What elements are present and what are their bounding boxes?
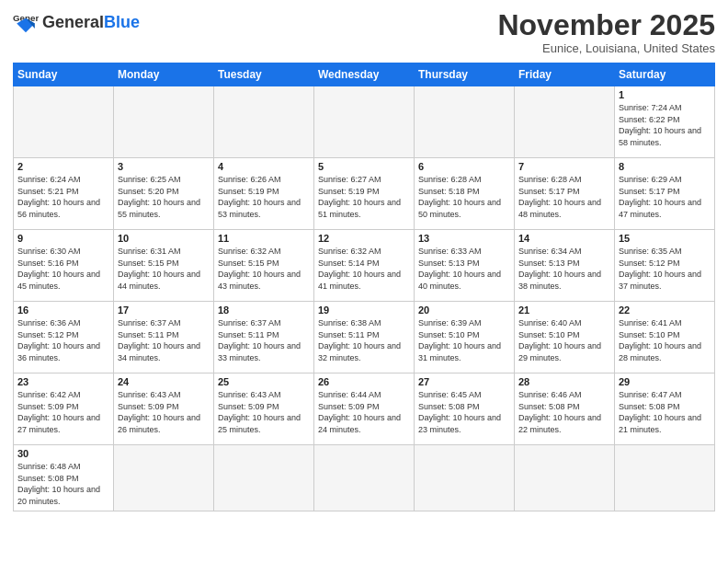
- calendar-cell: 27Sunrise: 6:45 AM Sunset: 5:08 PM Dayli…: [415, 373, 515, 445]
- header-saturday: Saturday: [615, 63, 715, 86]
- day-info: Sunrise: 6:43 AM Sunset: 5:09 PM Dayligh…: [118, 389, 210, 435]
- header: General GeneralBlue November 2025 Eunice…: [13, 9, 715, 55]
- header-sunday: Sunday: [14, 63, 114, 86]
- calendar-cell: [615, 445, 715, 511]
- day-info: Sunrise: 6:37 AM Sunset: 5:11 PM Dayligh…: [118, 317, 210, 363]
- day-number: 15: [619, 233, 711, 244]
- calendar-cell: 23Sunrise: 6:42 AM Sunset: 5:09 PM Dayli…: [14, 373, 114, 445]
- header-monday: Monday: [114, 63, 214, 86]
- day-number: 13: [418, 233, 510, 244]
- day-info: Sunrise: 6:36 AM Sunset: 5:12 PM Dayligh…: [17, 317, 109, 363]
- calendar-cell: 1Sunrise: 7:24 AM Sunset: 6:22 PM Daylig…: [615, 86, 715, 158]
- header-friday: Friday: [515, 63, 615, 86]
- calendar-cell: [515, 86, 615, 158]
- calendar-cell: 14Sunrise: 6:34 AM Sunset: 5:13 PM Dayli…: [515, 230, 615, 302]
- calendar-cell: [114, 86, 214, 158]
- calendar-cell: 4Sunrise: 6:26 AM Sunset: 5:19 PM Daylig…: [214, 158, 314, 230]
- day-info: Sunrise: 6:27 AM Sunset: 5:19 PM Dayligh…: [318, 174, 410, 220]
- header-thursday: Thursday: [415, 63, 515, 86]
- day-number: 5: [318, 161, 410, 172]
- day-number: 22: [619, 304, 711, 316]
- day-info: Sunrise: 6:31 AM Sunset: 5:15 PM Dayligh…: [118, 246, 210, 292]
- calendar-cell: 19Sunrise: 6:38 AM Sunset: 5:11 PM Dayli…: [314, 302, 415, 373]
- day-info: Sunrise: 6:28 AM Sunset: 5:18 PM Dayligh…: [418, 174, 510, 220]
- day-number: 7: [518, 161, 610, 172]
- day-info: Sunrise: 6:32 AM Sunset: 5:15 PM Dayligh…: [218, 246, 310, 292]
- day-number: 3: [118, 161, 210, 172]
- calendar-cell: 13Sunrise: 6:33 AM Sunset: 5:13 PM Dayli…: [415, 230, 515, 302]
- calendar-cell: [314, 445, 415, 511]
- day-number: 19: [318, 304, 410, 316]
- day-number: 23: [17, 376, 109, 387]
- calendar-cell: 8Sunrise: 6:29 AM Sunset: 5:17 PM Daylig…: [615, 158, 715, 230]
- day-number: 10: [118, 233, 210, 244]
- calendar-table: Sunday Monday Tuesday Wednesday Thursday…: [13, 63, 715, 511]
- day-info: Sunrise: 6:34 AM Sunset: 5:13 PM Dayligh…: [518, 246, 610, 292]
- calendar-cell: [14, 86, 114, 158]
- calendar-cell: 25Sunrise: 6:43 AM Sunset: 5:09 PM Dayli…: [214, 373, 314, 445]
- calendar-cell: 21Sunrise: 6:40 AM Sunset: 5:10 PM Dayli…: [515, 302, 615, 373]
- day-info: Sunrise: 6:39 AM Sunset: 5:10 PM Dayligh…: [418, 317, 510, 363]
- logo: General GeneralBlue: [13, 9, 140, 35]
- day-number: 1: [619, 89, 711, 100]
- day-number: 28: [518, 376, 610, 387]
- calendar-cell: 10Sunrise: 6:31 AM Sunset: 5:15 PM Dayli…: [114, 230, 214, 302]
- day-number: 25: [218, 376, 310, 387]
- day-info: Sunrise: 6:47 AM Sunset: 5:08 PM Dayligh…: [619, 389, 711, 435]
- day-info: Sunrise: 6:41 AM Sunset: 5:10 PM Dayligh…: [619, 317, 711, 363]
- calendar-cell: 16Sunrise: 6:36 AM Sunset: 5:12 PM Dayli…: [14, 302, 114, 373]
- day-info: Sunrise: 6:33 AM Sunset: 5:13 PM Dayligh…: [418, 246, 510, 292]
- day-number: 11: [218, 233, 310, 244]
- day-info: Sunrise: 6:30 AM Sunset: 5:16 PM Dayligh…: [17, 246, 109, 292]
- calendar-cell: 22Sunrise: 6:41 AM Sunset: 5:10 PM Dayli…: [615, 302, 715, 373]
- calendar-cell: 28Sunrise: 6:46 AM Sunset: 5:08 PM Dayli…: [515, 373, 615, 445]
- calendar-cell: [515, 445, 615, 511]
- day-info: Sunrise: 6:43 AM Sunset: 5:09 PM Dayligh…: [218, 389, 310, 435]
- calendar-cell: 5Sunrise: 6:27 AM Sunset: 5:19 PM Daylig…: [314, 158, 415, 230]
- day-info: Sunrise: 6:32 AM Sunset: 5:14 PM Dayligh…: [318, 246, 410, 292]
- calendar-cell: 11Sunrise: 6:32 AM Sunset: 5:15 PM Dayli…: [214, 230, 314, 302]
- day-info: Sunrise: 6:38 AM Sunset: 5:11 PM Dayligh…: [318, 317, 410, 363]
- day-number: 9: [17, 233, 109, 244]
- day-info: Sunrise: 6:45 AM Sunset: 5:08 PM Dayligh…: [418, 389, 510, 435]
- day-info: Sunrise: 6:44 AM Sunset: 5:09 PM Dayligh…: [318, 389, 410, 435]
- day-info: Sunrise: 6:40 AM Sunset: 5:10 PM Dayligh…: [518, 317, 610, 363]
- day-number: 4: [218, 161, 310, 172]
- day-number: 6: [418, 161, 510, 172]
- header-tuesday: Tuesday: [214, 63, 314, 86]
- day-number: 14: [518, 233, 610, 244]
- calendar-cell: [314, 86, 415, 158]
- calendar-cell: 17Sunrise: 6:37 AM Sunset: 5:11 PM Dayli…: [114, 302, 214, 373]
- day-number: 8: [619, 161, 711, 172]
- calendar-cell: [214, 445, 314, 511]
- calendar-cell: 18Sunrise: 6:37 AM Sunset: 5:11 PM Dayli…: [214, 302, 314, 373]
- logo-text: GeneralBlue: [42, 14, 140, 30]
- calendar-cell: 30Sunrise: 6:48 AM Sunset: 5:08 PM Dayli…: [14, 445, 114, 511]
- header-wednesday: Wednesday: [314, 63, 415, 86]
- day-number: 17: [118, 304, 210, 316]
- day-info: Sunrise: 7:24 AM Sunset: 6:22 PM Dayligh…: [619, 102, 711, 148]
- day-number: 26: [318, 376, 410, 387]
- title-area: November 2025 Eunice, Louisiana, United …: [497, 9, 715, 55]
- calendar-cell: 3Sunrise: 6:25 AM Sunset: 5:20 PM Daylig…: [114, 158, 214, 230]
- calendar-cell: 2Sunrise: 6:24 AM Sunset: 5:21 PM Daylig…: [14, 158, 114, 230]
- calendar-cell: 12Sunrise: 6:32 AM Sunset: 5:14 PM Dayli…: [314, 230, 415, 302]
- day-info: Sunrise: 6:37 AM Sunset: 5:11 PM Dayligh…: [218, 317, 310, 363]
- calendar-cell: 26Sunrise: 6:44 AM Sunset: 5:09 PM Dayli…: [314, 373, 415, 445]
- calendar-cell: 9Sunrise: 6:30 AM Sunset: 5:16 PM Daylig…: [14, 230, 114, 302]
- calendar-cell: [415, 86, 515, 158]
- calendar-cell: [415, 445, 515, 511]
- calendar-cell: 7Sunrise: 6:28 AM Sunset: 5:17 PM Daylig…: [515, 158, 615, 230]
- day-info: Sunrise: 6:48 AM Sunset: 5:08 PM Dayligh…: [17, 461, 109, 507]
- calendar-cell: 29Sunrise: 6:47 AM Sunset: 5:08 PM Dayli…: [615, 373, 715, 445]
- day-number: 12: [318, 233, 410, 244]
- day-number: 18: [218, 304, 310, 316]
- day-number: 27: [418, 376, 510, 387]
- calendar-cell: [114, 445, 214, 511]
- calendar-cell: [214, 86, 314, 158]
- day-number: 30: [17, 448, 109, 459]
- calendar-cell: 24Sunrise: 6:43 AM Sunset: 5:09 PM Dayli…: [114, 373, 214, 445]
- day-number: 24: [118, 376, 210, 387]
- day-info: Sunrise: 6:42 AM Sunset: 5:09 PM Dayligh…: [17, 389, 109, 435]
- day-info: Sunrise: 6:29 AM Sunset: 5:17 PM Dayligh…: [619, 174, 711, 220]
